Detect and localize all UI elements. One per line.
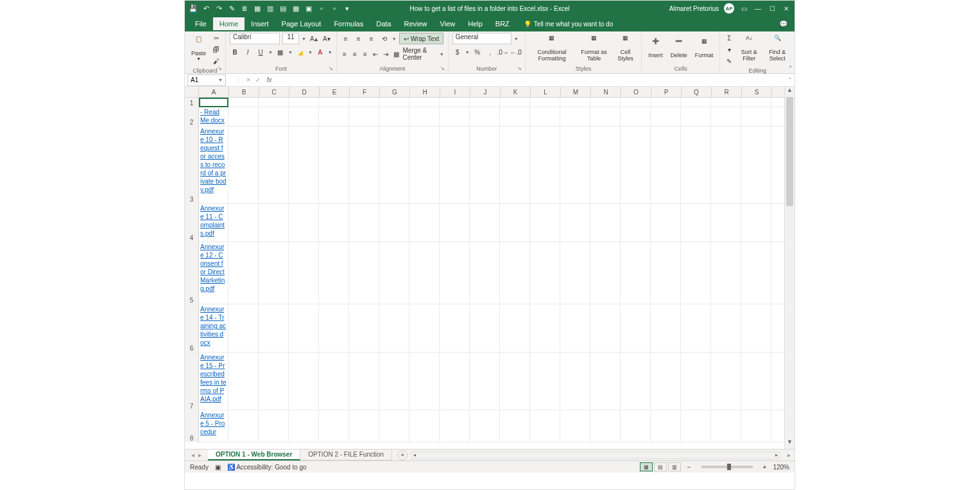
cell[interactable] [590,410,621,442]
cell[interactable]: Annexure 11 - Complaints.pdf [199,204,228,242]
cell[interactable]: Annexure 10 - Request for access to reco… [199,127,228,204]
cell[interactable] [289,98,319,107]
redo-icon[interactable]: ↷ [214,4,223,13]
sort-filter-button[interactable]: A↓Sort & Filter [737,33,761,64]
hyperlink[interactable]: Annexure 12 - Consent for Direct Marketi… [200,243,227,293]
border4-icon[interactable]: ▦ [291,4,300,13]
cell[interactable] [319,242,349,304]
ribbon-tab-brz[interactable]: BRZ [489,17,516,30]
delete-cells-button[interactable]: ➖Delete [668,33,690,64]
cell[interactable] [560,107,590,127]
cell[interactable] [409,242,440,304]
cell[interactable] [228,98,259,107]
cell[interactable] [590,98,621,107]
cell[interactable] [651,304,681,353]
row-header[interactable]: 4 [185,204,199,242]
cell[interactable] [530,204,560,242]
cell[interactable] [651,107,681,127]
cell[interactable] [289,242,319,304]
underline-button[interactable]: U [255,47,266,57]
cell[interactable] [228,107,259,127]
hyperlink[interactable]: - Read Me.docx [200,108,227,125]
format-cells-button[interactable]: ▦Format [692,33,716,64]
cell[interactable] [621,304,651,353]
zoom-in-button[interactable]: + [763,464,767,471]
new-sheet-button[interactable]: + [397,450,408,460]
cut-icon[interactable]: ✂ [211,33,221,43]
cell[interactable] [530,304,560,353]
wrap-text-button[interactable]: ↩ Wrap Text [399,33,444,44]
cell[interactable] [379,204,409,242]
column-header-S[interactable]: S [742,87,772,98]
column-header-E[interactable]: E [320,87,350,98]
column-header-F[interactable]: F [350,87,380,98]
cell[interactable] [500,98,530,107]
grid-row[interactable]: 5Annexure 12 - Consent for Direct Market… [185,242,784,304]
customize-qat-icon[interactable]: ▾ [343,4,352,13]
row-header[interactable]: 2 [185,107,199,127]
cell[interactable] [440,410,470,442]
grid-row[interactable]: 2- Read Me.docx [185,107,784,127]
cell[interactable] [560,353,590,410]
cell[interactable] [440,127,470,204]
cell[interactable] [228,127,259,204]
cell[interactable] [681,98,711,107]
border-icon[interactable]: ▦ [253,4,262,13]
cell[interactable] [741,107,771,127]
cell[interactable] [681,410,711,442]
cell[interactable] [500,107,530,127]
grid-row[interactable]: 1 [185,98,784,107]
copy-icon[interactable]: 🗐 [211,44,221,55]
column-header-K[interactable]: K [501,87,531,98]
touch-mode-icon[interactable]: ✎ [227,4,236,13]
cell[interactable] [711,107,741,127]
select-all-button[interactable] [185,87,199,98]
cell[interactable] [470,127,500,204]
merge-center-button[interactable]: Merge & Center [402,47,436,61]
cell[interactable] [440,204,470,242]
misc2-icon[interactable]: ▫ [330,4,339,13]
cell[interactable] [681,242,711,304]
cell[interactable] [621,127,651,204]
cell[interactable] [590,127,621,204]
indent-increase-icon[interactable]: ⇥ [382,49,390,59]
percent-icon[interactable]: % [472,47,483,57]
cell[interactable] [681,127,711,204]
fill-color-icon[interactable]: ◢ [295,47,305,57]
column-header-A[interactable]: A [199,87,229,98]
cell[interactable] [259,204,289,242]
collapse-ribbon-icon[interactable]: ˄ [789,65,792,72]
cell[interactable] [349,107,379,127]
column-header-O[interactable]: O [621,87,651,98]
row-header[interactable]: 5 [185,242,199,304]
cell[interactable] [530,353,560,410]
column-headers[interactable]: ABCDEFGHIJKLMNOPQRS [199,87,784,98]
normal-view-button[interactable]: ▦ [640,462,653,471]
zoom-out-button[interactable]: − [687,464,691,471]
accessibility-status[interactable]: ♿ Accessibility: Good to go [227,464,307,471]
cell[interactable] [409,98,440,107]
cell[interactable] [711,242,741,304]
ribbon-tab-page-layout[interactable]: Page Layout [275,17,328,30]
cell[interactable] [621,410,651,442]
column-header-P[interactable]: P [651,87,682,98]
cell[interactable] [741,242,771,304]
cell[interactable] [319,353,349,410]
decrease-font-icon[interactable]: A▾ [322,33,332,44]
cell[interactable] [319,304,349,353]
ribbon-tab-insert[interactable]: Insert [245,17,275,30]
cell[interactable] [259,353,289,410]
hyperlink[interactable]: Annexure 10 - Request for access to reco… [200,127,227,194]
formula-input[interactable] [276,74,782,86]
zoom-slider[interactable] [701,466,753,468]
cell[interactable] [259,410,289,442]
save-as-icon[interactable]: 🗎 [240,4,249,13]
scroll-down-icon[interactable]: ▼ [785,439,795,449]
cell[interactable] [440,107,470,127]
cell[interactable] [379,410,409,442]
cell[interactable] [711,127,741,204]
cell[interactable] [500,304,530,353]
currency-icon[interactable]: $ [452,47,463,57]
cell[interactable] [409,127,440,204]
column-header-D[interactable]: D [289,87,320,98]
